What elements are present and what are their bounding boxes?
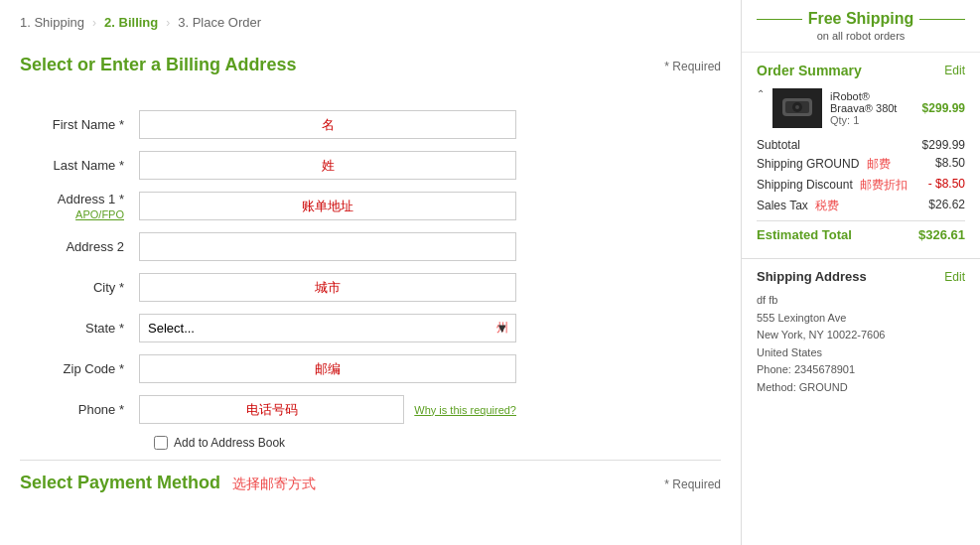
address-book-checkbox[interactable] — [154, 436, 168, 450]
address-details: df fb 555 Lexington Ave New York, NY 100… — [757, 292, 965, 397]
subtotal-row: Subtotal $299.99 — [757, 136, 965, 154]
phone-input-wrap: Why is this required? — [139, 395, 516, 424]
address1-input[interactable] — [139, 192, 516, 220]
product-qty: Qty: 1 — [830, 114, 914, 126]
discount-note: 邮费折扣 — [860, 178, 908, 192]
city-group: City * — [20, 273, 721, 302]
shipping-note: 邮费 — [867, 157, 891, 171]
address2-label: Address 2 — [20, 239, 139, 254]
address1-label: Address 1 * — [58, 192, 124, 206]
order-summary-edit-link[interactable]: Edit — [944, 64, 965, 77]
discount-label: Shipping Discount 邮费折扣 — [757, 177, 908, 194]
last-name-label: Last Name * — [20, 158, 139, 173]
address2-input-wrap — [139, 232, 516, 261]
last-name-input-wrap — [139, 151, 516, 180]
breadcrumb-step2: 2. Billing — [104, 15, 158, 30]
why-required-link[interactable]: Why is this required? — [414, 404, 516, 416]
first-name-input-wrap — [139, 110, 516, 139]
city-input[interactable] — [139, 273, 516, 302]
order-summary-header: Order Summary Edit — [757, 63, 965, 78]
address2-group: Address 2 — [20, 232, 721, 261]
address1-group: Address 1 * APO/FPO — [20, 192, 721, 220]
subtotal-label: Subtotal — [757, 138, 800, 152]
est-total-label: Estimated Total — [757, 227, 852, 242]
apo-fpo-link[interactable]: APO/FPO — [20, 208, 124, 220]
address-phone: Phone: 2345678901 — [757, 361, 965, 379]
state-select[interactable]: Select... — [139, 314, 516, 342]
city-input-wrap — [139, 273, 516, 302]
order-totals: Subtotal $299.99 Shipping GROUND 邮费 $8.5… — [757, 136, 965, 248]
state-group: State * Select... 州 ▼ — [20, 314, 721, 342]
product-info: iRobot® Braava® 380t Qty: 1 — [830, 90, 914, 126]
discount-row: Shipping Discount 邮费折扣 - $8.50 — [757, 175, 965, 196]
breadcrumb: 1. Shipping › 2. Billing › 3. Place Orde… — [20, 15, 721, 30]
zip-label: Zip Code * — [20, 361, 139, 376]
free-shipping-subtext: on all robot orders — [757, 30, 965, 42]
discount-value: - $8.50 — [928, 177, 965, 194]
last-name-input[interactable] — [139, 151, 516, 180]
zip-group: Zip Code * — [20, 354, 721, 383]
shipping-address-title: Shipping Address — [757, 269, 867, 284]
order-summary: Order Summary Edit ⌃ iRobot® Braava® 380… — [742, 53, 980, 259]
est-total-value: $326.61 — [918, 227, 965, 242]
collapse-arrow[interactable]: ⌃ — [757, 88, 765, 99]
free-shipping-banner: Free Shipping on all robot orders — [742, 0, 980, 53]
tax-note: 税费 — [815, 199, 839, 212]
last-name-group: Last Name * — [20, 151, 721, 180]
zip-input-wrap — [139, 354, 516, 383]
free-shipping-line-left — [757, 19, 802, 20]
address-line3: New York, NY 10022-7606 — [757, 327, 965, 344]
zip-input[interactable] — [139, 354, 516, 383]
address-book-row: Add to Address Book — [154, 436, 721, 450]
breadcrumb-step3: 3. Place Order — [178, 15, 261, 30]
shipping-address-section: Shipping Address Edit df fb 555 Lexingto… — [742, 259, 980, 407]
address2-input[interactable] — [139, 232, 516, 261]
product-row: ⌃ iRobot® Braava® 380t Qty: 1 $299.99 — [757, 88, 965, 128]
shipping-value: $8.50 — [935, 156, 965, 173]
subtotal-value: $299.99 — [922, 138, 965, 152]
product-image — [772, 88, 822, 128]
first-name-group: First Name * — [20, 110, 721, 139]
sidebar: Free Shipping on all robot orders Order … — [742, 0, 980, 545]
required-note: * Required — [664, 60, 721, 73]
address-book-label: Add to Address Book — [174, 436, 285, 450]
svg-point-3 — [795, 105, 799, 109]
breadcrumb-arrow2: › — [166, 16, 170, 30]
address-line1: df fb — [757, 292, 965, 310]
tax-label: Sales Tax 税费 — [757, 198, 839, 214]
address-line4: United States — [757, 344, 965, 362]
billing-section-title: Select or Enter a Billing Address — [20, 55, 296, 75]
shipping-label: Shipping GROUND 邮费 — [757, 156, 891, 173]
first-name-label: First Name * — [20, 117, 139, 132]
shipping-address-header: Shipping Address Edit — [757, 269, 965, 284]
payment-subtitle: 选择邮寄方式 — [232, 476, 316, 491]
free-shipping-header: Free Shipping — [757, 10, 965, 28]
state-label: State * — [20, 321, 139, 336]
phone-input[interactable] — [139, 395, 404, 424]
phone-group: Phone * Why is this required? — [20, 395, 721, 424]
shipping-row: Shipping GROUND 邮费 $8.50 — [757, 154, 965, 175]
breadcrumb-step1: 1. Shipping — [20, 15, 84, 30]
estimated-total-row: Estimated Total $326.61 — [757, 220, 965, 248]
payment-title: Select Payment Method — [20, 473, 220, 492]
breadcrumb-arrow1: › — [92, 16, 96, 30]
city-label: City * — [20, 280, 139, 295]
free-shipping-text: Free Shipping — [808, 10, 914, 28]
order-summary-title: Order Summary — [757, 63, 862, 78]
address1-input-wrap — [139, 192, 516, 220]
product-price: $299.99 — [922, 101, 965, 115]
tax-row: Sales Tax 税费 $26.62 — [757, 196, 965, 216]
state-input-wrap: Select... 州 ▼ — [139, 314, 516, 342]
address-method: Method: GROUND — [757, 379, 965, 397]
first-name-input[interactable] — [139, 110, 516, 139]
payment-required-note: * Required — [664, 477, 721, 491]
tax-value: $26.62 — [928, 198, 965, 214]
free-shipping-line-right — [919, 19, 965, 20]
address-line2: 555 Lexington Ave — [757, 310, 965, 328]
phone-label: Phone * — [20, 402, 139, 417]
shipping-address-edit-link[interactable]: Edit — [944, 270, 965, 284]
product-name: iRobot® Braava® 380t — [830, 90, 914, 114]
